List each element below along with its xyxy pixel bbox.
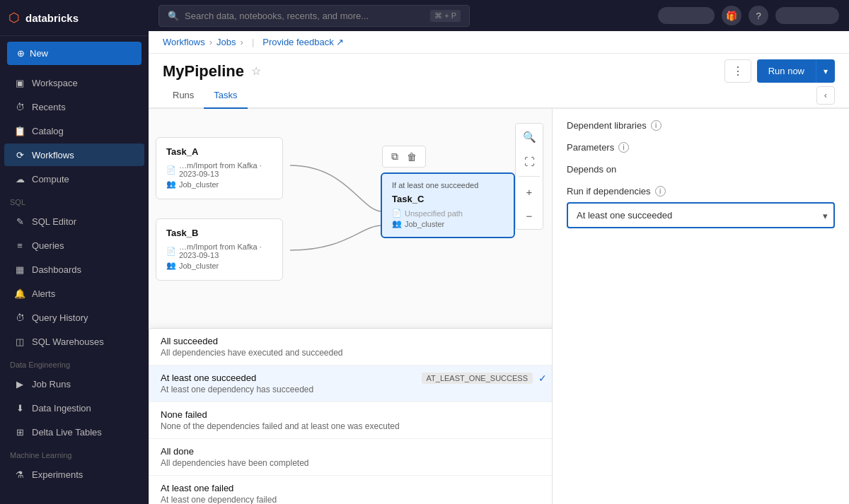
task-c-condition: If at least one succeeded	[392, 181, 504, 189]
task-a-cluster: 👥 Job_cluster	[166, 180, 272, 189]
gift-icon[interactable]: 🎁	[722, 6, 741, 25]
sidebar-item-data-ingestion[interactable]: ⬇ Data Ingestion	[4, 397, 144, 419]
run-now-dropdown-button[interactable]: ▾	[816, 59, 835, 83]
notebook-icon: 📄	[166, 165, 176, 175]
zoom-in-button[interactable]: +	[519, 181, 540, 202]
option-all-done[interactable]: All done All dependencies have been comp…	[149, 439, 552, 476]
option-none-failed[interactable]: None failed None of the dependencies fai…	[149, 402, 552, 439]
header-actions: ⋮ Run now ▾	[724, 59, 835, 83]
ml-section-label: Machine Learning	[0, 444, 149, 462]
sql-editor-icon: ✎	[14, 216, 25, 227]
sidebar-item-recents[interactable]: ⏱ Recents	[4, 95, 144, 118]
tab-tasks[interactable]: Tasks	[204, 83, 247, 109]
tasks-canvas[interactable]: Task_A 📄 …m/Import from Kafka · 2023-09-…	[149, 109, 552, 504]
option-at-least-right: AT_LEAST_ONE_SUCCESS ✓	[416, 373, 547, 384]
collapse-panel-button[interactable]: ‹	[816, 86, 835, 105]
parameters-info-icon[interactable]: i	[618, 142, 629, 153]
duplicate-task-button[interactable]: ⧉	[388, 149, 401, 164]
help-icon[interactable]: ?	[749, 6, 768, 25]
topbar-avatar-placeholder	[658, 7, 715, 24]
sidebar-item-sql-editor[interactable]: ✎ SQL Editor	[4, 210, 144, 233]
zoom-out-button[interactable]: −	[519, 205, 540, 226]
search-canvas-button[interactable]: 🔍	[519, 127, 540, 148]
check-mark-icon: ✓	[538, 373, 547, 384]
catalog-icon: 📋	[14, 125, 25, 136]
delete-task-button[interactable]: 🗑	[404, 149, 420, 164]
breadcrumb: Workflows › Jobs › | Provide feedback ↗	[149, 31, 849, 54]
search-bar[interactable]: 🔍 Search data, notebooks, recents, and m…	[158, 5, 470, 27]
workspace-icon: ▣	[14, 77, 25, 88]
breadcrumb-divider: |	[252, 37, 254, 47]
dependent-libraries-info-icon[interactable]: i	[651, 120, 662, 131]
sidebar-item-dashboards[interactable]: ▦ Dashboards	[4, 258, 144, 281]
new-button[interactable]: ⊕ New	[7, 42, 142, 65]
option-all-succeeded[interactable]: All succeeded All dependencies have exec…	[149, 329, 552, 365]
more-options-button[interactable]: ⋮	[724, 59, 751, 83]
run-if-select[interactable]: All succeeded At least one succeeded Non…	[567, 202, 835, 228]
dependent-libraries-section: Dependent libraries i	[567, 120, 835, 131]
sidebar-item-compute[interactable]: ☁ Compute	[4, 168, 144, 190]
sidebar-item-workflows[interactable]: ⟳ Workflows	[4, 143, 144, 166]
task-c-path: 📄 Unspecified path	[392, 209, 504, 218]
canvas-toolbar: 🔍 ⛶ + −	[515, 123, 543, 230]
plus-icon: ⊕	[17, 48, 25, 59]
dashboards-icon: ▦	[14, 264, 25, 275]
topbar: 🔍 Search data, notebooks, recents, and m…	[149, 0, 849, 31]
breadcrumb-jobs[interactable]: Jobs	[216, 37, 236, 47]
feedback-link[interactable]: Provide feedback ↗	[262, 37, 343, 47]
sidebar-item-query-history[interactable]: ⏱ Query History	[4, 306, 144, 329]
task-b-card[interactable]: Task_B 📄 …m/Import from Kafka · 2023-09-…	[156, 218, 283, 281]
option-at-least-one-failed[interactable]: At least one failed At least one depende…	[149, 476, 552, 504]
external-link-icon: ↗	[336, 37, 344, 47]
fit-view-button[interactable]: ⛶	[519, 151, 540, 172]
sidebar-item-queries[interactable]: ≡ Queries	[4, 234, 144, 257]
breadcrumb-sep-1: ›	[209, 37, 212, 47]
dependent-libraries-label: Dependent libraries i	[567, 120, 835, 131]
sql-warehouses-icon: ◫	[14, 336, 25, 347]
run-if-label: Run if dependencies i	[567, 186, 835, 197]
topbar-user-placeholder	[775, 7, 839, 24]
option-at-least-one-succeeded[interactable]: At least one succeeded At least one depe…	[149, 365, 552, 402]
cluster-icon-a: 👥	[166, 180, 176, 189]
sidebar-item-experiments[interactable]: ⚗ Experiments	[4, 463, 144, 486]
sidebar-item-catalog[interactable]: 📋 Catalog	[4, 119, 144, 142]
task-c-cluster: 👥 Job_cluster	[392, 219, 504, 228]
option-at-least-text: At least one succeeded At least one depe…	[161, 373, 313, 394]
sidebar-item-sql-warehouses[interactable]: ◫ SQL Warehouses	[4, 330, 144, 353]
tabs-bar: Runs Tasks ‹	[149, 83, 849, 109]
task-b-title: Task_B	[166, 228, 272, 238]
search-icon: 🔍	[168, 11, 179, 21]
sql-section-label: SQL	[0, 191, 149, 209]
task-b-path: 📄 …m/Import from Kafka · 2023-09-13	[166, 242, 272, 259]
pipeline-header: MyPipeline ☆ ⋮ Run now ▾	[149, 54, 849, 83]
task-a-card[interactable]: Task_A 📄 …m/Import from Kafka · 2023-09-…	[156, 137, 283, 199]
canvas-area: Task_A 📄 …m/Import from Kafka · 2023-09-…	[149, 109, 849, 504]
sidebar-item-alerts[interactable]: 🔔 Alerts	[4, 282, 144, 305]
data-ingestion-icon: ⬇	[14, 402, 25, 414]
task-b-cluster: 👥 Job_cluster	[166, 261, 272, 270]
run-if-section: Run if dependencies i All succeeded At l…	[567, 186, 835, 228]
sidebar-item-workspace[interactable]: ▣ Workspace	[4, 71, 144, 94]
depends-on-section: Depends on	[567, 164, 835, 175]
run-if-info-icon[interactable]: i	[655, 186, 666, 197]
notebook-icon-b: 📄	[166, 247, 176, 256]
query-history-icon: ⏱	[14, 312, 25, 323]
star-icon[interactable]: ☆	[251, 64, 261, 78]
alerts-icon: 🔔	[14, 288, 25, 299]
task-c-title: Task_C	[392, 194, 504, 204]
breadcrumb-sep-2: ›	[241, 37, 243, 47]
compute-icon: ☁	[14, 173, 25, 184]
workflows-icon: ⟳	[14, 149, 25, 160]
sidebar-item-delta-live-tables[interactable]: ⊞ Delta Live Tables	[4, 421, 144, 443]
tab-runs[interactable]: Runs	[163, 83, 204, 109]
breadcrumb-workflows[interactable]: Workflows	[163, 37, 205, 47]
task-c-card[interactable]: If at least one succeeded Task_C 📄 Unspe…	[381, 172, 515, 238]
databricks-logo-icon: ⬡	[8, 10, 20, 25]
sidebar: ⬡ databricks ⊕ New ▣ Workspace ⏱ Recents…	[0, 0, 149, 504]
experiments-icon: ⚗	[14, 469, 25, 480]
task-a-path: 📄 …m/Import from Kafka · 2023-09-13	[166, 161, 272, 178]
run-now-button[interactable]: Run now	[757, 59, 816, 83]
search-shortcut: ⌘ + P	[430, 10, 461, 22]
job-runs-icon: ▶	[14, 378, 25, 389]
sidebar-item-job-runs[interactable]: ▶ Job Runs	[4, 373, 144, 395]
